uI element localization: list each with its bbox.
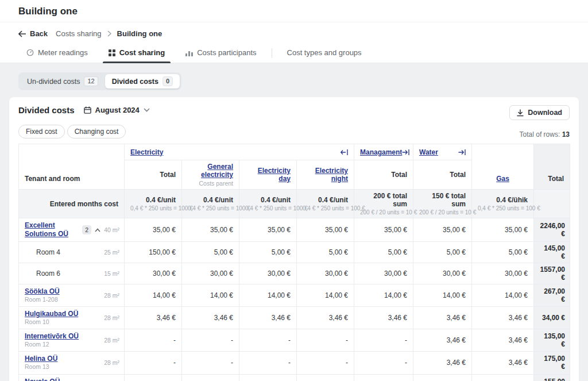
breadcrumb-parent[interactable]: Costs sharing — [56, 29, 101, 38]
total-rows: Total of rows: 13 — [520, 130, 570, 138]
general-electricity-link[interactable]: General electricity — [201, 163, 233, 179]
cell-water-total: 5,00 € — [413, 242, 472, 263]
table-row: Novole OÜ Room 5 28 m² 23,67 € 23,67 € 2… — [19, 374, 570, 381]
management-total-header: Total — [354, 160, 413, 190]
tenant-name[interactable]: Internetivõrk OÜ — [25, 332, 79, 341]
entered-cell: 150 € total sum200 € / 20 units = 10 € — [413, 190, 472, 218]
cell-general-electricity: - — [182, 329, 239, 352]
electricity-total-header: Total — [125, 160, 182, 190]
cost-type-chips: Fixed cost Changing cost — [18, 125, 126, 138]
breadcrumb-current: Building one — [117, 29, 163, 38]
cell-electricity-total: 35,00 € — [125, 218, 182, 242]
entered-cell: 0.4 €/unit0,4 € * 250 units = 100 € — [239, 190, 297, 218]
page-title: Building one — [18, 6, 570, 17]
arrow-to-bar-right-icon[interactable] — [402, 149, 409, 155]
cell-water-total: 3,46 € — [413, 307, 472, 329]
arrow-to-bar-left-icon[interactable] — [341, 149, 348, 155]
tenant-name[interactable]: Helina OÜ — [25, 355, 57, 363]
back-button[interactable]: Back — [18, 29, 48, 38]
toggle-label: Divided costs — [112, 78, 158, 86]
tab-meter-readings[interactable]: Meter readings — [18, 44, 96, 63]
cell-water-total: 30,00 € — [413, 263, 472, 284]
cell-gas: - — [472, 374, 534, 381]
row-total-cell: 175,00 € — [534, 352, 570, 374]
cell-electricity-total: 150,00 € — [125, 242, 182, 263]
cell-electricity-night: - — [297, 329, 354, 352]
gas-column-link[interactable]: Gas — [496, 175, 509, 183]
tenant-name: Room 6 — [36, 270, 60, 278]
tab-cost-types-and-groups[interactable]: Cost types and groups — [279, 44, 370, 63]
cell-electricity-total: - — [125, 329, 182, 352]
tab-divider — [272, 48, 272, 58]
toggle-undivided-costs[interactable]: Un-divided costs 12 — [20, 74, 105, 88]
arrow-to-bar-right-icon[interactable] — [458, 149, 466, 155]
entered-cell: 0.4 €/unit0,4 € * 250 units = 100 € — [297, 190, 354, 218]
cell-gas: 30,00 € — [472, 263, 534, 284]
total-rows-label: Total of rows: — [520, 130, 560, 138]
cell-management-total: 5,00 € — [354, 242, 413, 263]
bar-chart-icon — [185, 49, 193, 56]
table-row: Hulgikaubad OÜ Room 10 28 m² 3,46 € 3,46… — [19, 307, 570, 329]
chevron-up-icon[interactable] — [95, 228, 100, 232]
electricity-day-link[interactable]: Electricity day — [258, 167, 291, 183]
back-label: Back — [30, 29, 48, 38]
tab-label: Meter readings — [38, 48, 88, 57]
cell-electricity-day: 14,00 € — [239, 284, 297, 307]
tenant-area: 25 m² — [104, 249, 119, 256]
entered-total-cell — [534, 190, 570, 218]
download-button[interactable]: Download — [509, 105, 570, 120]
cell-general-electricity: 35,00 € — [182, 218, 239, 242]
cell-general-electricity: 14,00 € — [182, 284, 239, 307]
chip-changing-cost[interactable]: Changing cost — [67, 125, 126, 138]
row-total-cell: 145,00 € — [534, 242, 570, 263]
tenant-area: 28 m² — [104, 314, 119, 321]
undivided-count-badge: 12 — [84, 76, 98, 86]
breadcrumb: Back Costs sharing Building one — [18, 22, 570, 44]
cell-electricity-total: - — [125, 352, 182, 374]
grid-icon — [109, 49, 115, 56]
chevron-right-icon — [107, 30, 111, 37]
cell-electricity-night: 5,00 € — [297, 242, 354, 263]
electricity-day-header: Electricity day — [239, 160, 297, 190]
table-row: Room 4 25 m² 150,00 € 5,00 € 5,00 € 5,00… — [19, 242, 570, 263]
cell-electricity-night: 3,46 € — [297, 307, 354, 329]
cell-gas: 5,00 € — [472, 242, 534, 263]
tenant-area: 15 m² — [104, 270, 119, 277]
group-electricity: Electricity — [125, 144, 354, 160]
tenant-name[interactable]: Söökla OÜ — [25, 287, 60, 296]
tenant-name[interactable]: Excellent Solutions OÜ — [25, 221, 79, 238]
table-row: Söökla OÜ Room 1-208 28 m² 14,00 € 14,00… — [19, 284, 570, 307]
row-total-cell: 135,00 € — [534, 329, 570, 352]
electricity-night-link[interactable]: Electricity night — [315, 167, 348, 183]
water-group-link[interactable]: Water — [419, 148, 438, 156]
cell-electricity-night: 14,00 € — [297, 284, 354, 307]
toggle-divided-costs[interactable]: Divided costs 0 — [105, 74, 180, 88]
tenant-room-label: Room 10 — [25, 318, 78, 326]
chip-fixed-cost[interactable]: Fixed cost — [18, 125, 65, 138]
costs-parent-sublabel: Costs parent — [188, 180, 233, 187]
electricity-group-link[interactable]: Electricity — [130, 148, 163, 156]
panel-title: Divided costs — [18, 105, 75, 115]
entered-cell: 0.4 €/unit0,4 € * 250 units = 100 € — [125, 190, 182, 218]
costs-filter-toggle: Un-divided costs 12 Divided costs 0 — [18, 72, 181, 90]
tenant-area: 28 m² — [104, 292, 119, 299]
tenant-area: 40 m² — [104, 226, 119, 233]
tenant-name[interactable]: Hulgikaubad OÜ — [25, 310, 78, 318]
tab-cost-sharing[interactable]: Cost sharing — [100, 44, 173, 63]
cell-general-electricity: 5,00 € — [182, 242, 239, 263]
electricity-night-header: Electricity night — [297, 160, 354, 190]
cell-management-total: 3,46 € — [354, 307, 413, 329]
tab-label: Cost types and groups — [287, 48, 362, 57]
management-group-link[interactable]: Managament — [360, 148, 402, 156]
cell-water-total: 14,00 € — [413, 284, 472, 307]
tab-costs-participants[interactable]: Costs participants — [177, 44, 264, 63]
period-selector[interactable]: August 2024 — [84, 106, 150, 114]
gas-column-header: Gas — [472, 144, 534, 190]
cell-electricity-day: 35,00 € — [239, 218, 297, 242]
tenant-name[interactable]: Novole OÜ — [25, 378, 60, 381]
chevron-down-icon — [144, 108, 150, 112]
cell-management-total: 14,00 € — [354, 284, 413, 307]
app-window: Building one Back Costs sharing Building… — [0, 0, 588, 381]
cell-electricity-total: 3,46 € — [125, 307, 182, 329]
table-row: Room 6 15 m² 30,00 € 30,00 € 30,00 € 30,… — [19, 263, 570, 284]
